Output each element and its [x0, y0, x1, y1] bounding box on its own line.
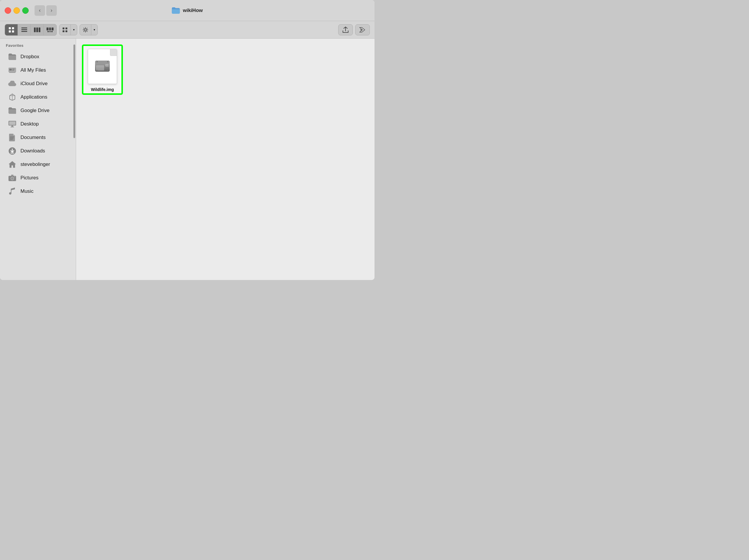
- sidebar-item-applications[interactable]: Applications: [2, 90, 73, 104]
- share-button[interactable]: [338, 24, 353, 36]
- gear-icon: [83, 27, 88, 33]
- sidebar-item-applications-label: Applications: [20, 94, 47, 100]
- sidebar-item-music[interactable]: Music: [2, 185, 73, 198]
- music-icon: [8, 187, 16, 195]
- svg-point-39: [12, 178, 13, 179]
- sidebar-item-google-drive-label: Google Drive: [20, 108, 49, 113]
- tag-button[interactable]: [355, 24, 370, 36]
- svg-rect-14: [49, 31, 50, 32]
- svg-rect-25: [12, 69, 15, 69]
- sidebar-item-pictures-label: Pictures: [20, 175, 38, 181]
- google-drive-folder-icon: [8, 107, 16, 115]
- svg-point-51: [97, 70, 98, 71]
- window-title: wikiHow: [172, 7, 203, 14]
- svg-rect-10: [46, 27, 48, 30]
- documents-icon: [8, 133, 16, 142]
- sidebar-item-dropbox-label: Dropbox: [20, 54, 39, 60]
- sidebar-item-dropbox[interactable]: Dropbox: [2, 50, 73, 64]
- content-area: Favorites Dropbox: [0, 39, 374, 280]
- applications-icon: [8, 93, 16, 101]
- svg-rect-1: [12, 27, 14, 29]
- sidebar-item-all-my-files[interactable]: All My Files: [2, 64, 73, 77]
- cloud-icon: [8, 80, 16, 88]
- sidebar-item-downloads[interactable]: Downloads: [2, 144, 73, 158]
- sidebar-item-desktop[interactable]: Desktop: [2, 117, 73, 131]
- svg-rect-18: [63, 30, 64, 32]
- file-icon-wrapper: [86, 47, 119, 85]
- arrange-button[interactable]: ▾: [59, 24, 77, 36]
- svg-rect-28: [9, 122, 16, 125]
- traffic-lights: [5, 7, 29, 14]
- sidebar-item-desktop-label: Desktop: [20, 121, 39, 127]
- desktop-icon: [8, 120, 16, 128]
- arrange-main[interactable]: [59, 25, 71, 35]
- action-main[interactable]: [80, 25, 91, 35]
- camera-icon: [8, 174, 16, 182]
- sidebar-item-all-my-files-label: All My Files: [20, 67, 46, 73]
- grid-icon: [8, 27, 14, 33]
- close-button[interactable]: [5, 7, 11, 14]
- action-dropdown[interactable]: ▾: [91, 25, 98, 35]
- svg-rect-37: [11, 175, 14, 176]
- sidebar-scrollbar[interactable]: [73, 39, 75, 280]
- svg-rect-19: [66, 30, 67, 32]
- column-view-button[interactable]: [31, 24, 44, 36]
- svg-rect-32: [10, 138, 14, 138]
- back-button[interactable]: ‹: [35, 5, 45, 16]
- gallery-icon: [46, 27, 53, 32]
- sidebar-scrollbar-thumb[interactable]: [73, 44, 75, 138]
- svg-rect-47: [108, 65, 109, 66]
- svg-point-40: [14, 176, 15, 177]
- svg-rect-26: [12, 70, 14, 70]
- svg-rect-9: [39, 27, 40, 32]
- sidebar-item-google-drive[interactable]: Google Drive: [2, 104, 73, 117]
- forward-button[interactable]: ›: [46, 5, 57, 16]
- hdd-icon: [93, 58, 111, 75]
- svg-rect-11: [49, 27, 51, 30]
- svg-rect-16: [63, 27, 64, 29]
- list-view-button[interactable]: [18, 24, 31, 36]
- share-icon: [343, 27, 348, 33]
- arrange-icon: [62, 27, 68, 33]
- sidebar-item-stevebolinger-label: stevebolinger: [20, 161, 50, 167]
- svg-rect-8: [36, 27, 38, 32]
- svg-rect-33: [10, 139, 13, 139]
- maximize-button[interactable]: [22, 7, 29, 14]
- sidebar-item-downloads-label: Downloads: [20, 148, 45, 154]
- file-label: Wildlife.img: [91, 87, 114, 92]
- list-icon: [21, 27, 27, 32]
- icon-view-button[interactable]: [5, 24, 18, 36]
- gallery-view-button[interactable]: [44, 24, 57, 36]
- svg-rect-6: [21, 31, 27, 32]
- svg-point-49: [97, 61, 98, 62]
- sidebar: Favorites Dropbox: [0, 39, 76, 280]
- columns-icon: [34, 27, 40, 32]
- svg-point-21: [361, 29, 362, 30]
- file-item-wildlife[interactable]: Wildlife.img: [82, 44, 123, 95]
- sidebar-item-pictures[interactable]: Pictures: [2, 171, 73, 185]
- minimize-button[interactable]: [14, 7, 20, 14]
- svg-rect-3: [12, 30, 14, 33]
- home-icon: [8, 160, 16, 169]
- sidebar-item-music-label: Music: [20, 189, 34, 194]
- sidebar-item-documents-label: Documents: [20, 135, 46, 141]
- svg-rect-45: [106, 65, 107, 66]
- view-mode-group: [5, 24, 57, 36]
- sidebar-item-icloud-label: iCloud Drive: [20, 81, 48, 87]
- sidebar-item-stevebolinger[interactable]: stevebolinger: [2, 158, 73, 171]
- svg-rect-31: [10, 137, 14, 137]
- nav-buttons: ‹ ›: [35, 5, 57, 16]
- svg-point-50: [107, 61, 108, 62]
- main-content: Wildlife.img: [76, 39, 374, 280]
- svg-rect-29: [12, 126, 13, 127]
- svg-rect-48: [96, 65, 104, 70]
- svg-rect-13: [47, 31, 49, 32]
- sidebar-item-documents[interactable]: Documents: [2, 131, 73, 144]
- stack-icon: [8, 66, 16, 74]
- svg-rect-17: [66, 27, 67, 29]
- arrange-dropdown[interactable]: ▾: [71, 25, 77, 35]
- window-title-text: wikiHow: [183, 7, 203, 14]
- action-button[interactable]: ▾: [80, 24, 98, 36]
- sidebar-item-icloud-drive[interactable]: iCloud Drive: [2, 77, 73, 90]
- svg-point-52: [107, 70, 108, 71]
